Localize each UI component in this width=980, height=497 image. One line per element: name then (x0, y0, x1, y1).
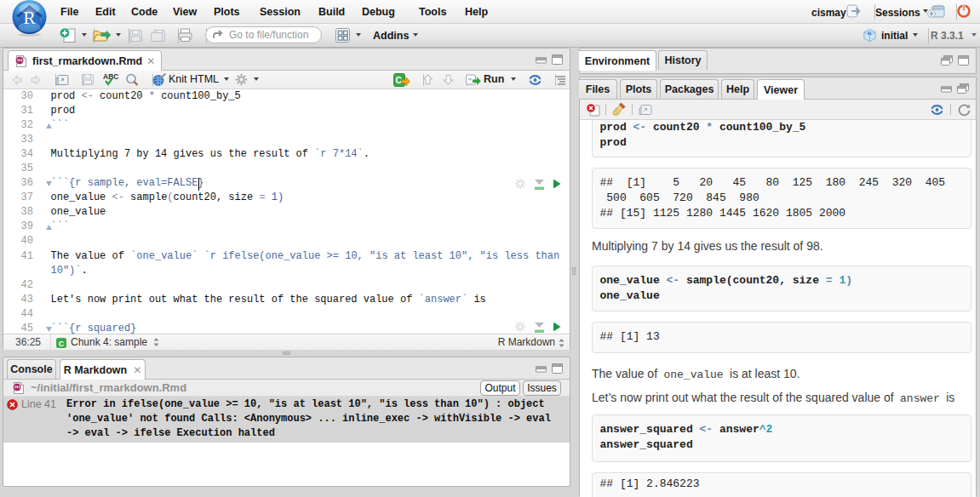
svg-text:C: C (395, 76, 401, 85)
svg-text:R: R (23, 7, 36, 28)
svg-text:R: R (868, 30, 872, 36)
svg-text:C: C (59, 339, 65, 347)
